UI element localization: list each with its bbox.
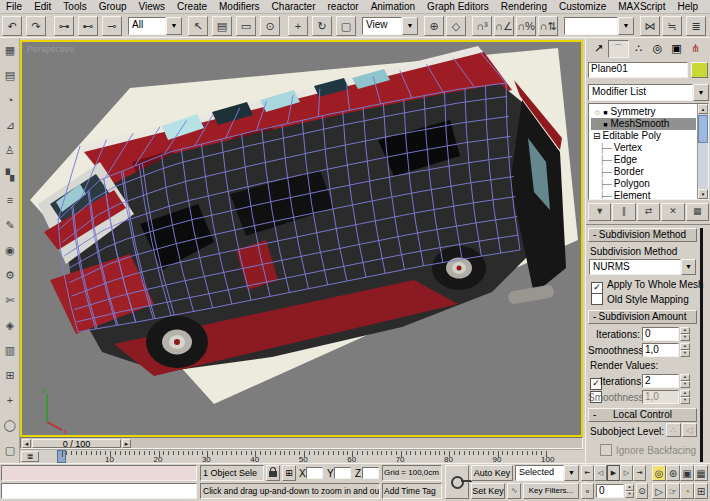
shapes-icon[interactable]: ▤ [1, 65, 19, 85]
modifier-list-dropdown[interactable]: Modifier List ▼ [588, 84, 709, 101]
menu-item-edit[interactable]: Edit [28, 0, 57, 13]
menu-item-animation[interactable]: Animation [365, 0, 421, 13]
menu-item-reactor[interactable]: reactor [322, 0, 365, 13]
modifiers-icon[interactable]: ◉ [1, 240, 19, 260]
set-key-button[interactable]: Set Key [471, 483, 505, 499]
select-scale-icon[interactable]: ▢ [336, 16, 356, 36]
stack-item-meshsmooth[interactable]: ☼■MeshSmooth [591, 118, 696, 130]
zoom-extents-button[interactable]: ▣ [680, 465, 694, 481]
field-of-view-button[interactable]: ▷ [652, 483, 666, 499]
set-keys-button[interactable] [445, 465, 469, 499]
spinner-up-icon[interactable]: ▲ [625, 484, 634, 491]
mirror-icon[interactable]: ⋈ [640, 16, 660, 36]
menu-item-character[interactable]: Character [266, 0, 322, 13]
go-to-end-button[interactable]: ⇥ [633, 465, 646, 481]
chevron-down-icon[interactable]: ▼ [693, 84, 709, 101]
chevron-down-icon[interactable]: ▼ [618, 17, 634, 35]
bind-spacewarp-icon[interactable]: ⊸ [102, 16, 122, 36]
key-filters-button[interactable]: Key Filters... [523, 483, 579, 499]
select-object-icon[interactable]: ↖ [188, 16, 208, 36]
rendering-icon[interactable]: ⚙ [1, 265, 19, 285]
compounds-icon[interactable]: ◔ [1, 90, 19, 110]
render-iterations-field[interactable]: 2 [642, 374, 679, 388]
stack-item-edge[interactable]: ├─Edge [591, 154, 696, 166]
time-configuration-button[interactable]: ⊙ [636, 483, 648, 499]
menu-item-modifiers[interactable]: Modifiers [213, 0, 266, 13]
time-slider-handle[interactable]: 0 / 100 [32, 439, 121, 448]
stack-item-editable-poly[interactable]: ⊟Editable Poly [591, 130, 696, 142]
named-selection-sets-dropdown[interactable]: ▼ [564, 17, 634, 35]
z-coordinate-field[interactable] [362, 467, 379, 479]
show-end-result-button[interactable]: ∥ [612, 203, 635, 221]
spinner-down-icon[interactable]: ▼ [680, 350, 690, 357]
maxscript-listener-field[interactable] [1, 483, 197, 499]
rect-selection-region-icon[interactable]: ▭ [236, 16, 256, 36]
stack-item-vertex[interactable]: ├─Vertex [591, 142, 696, 154]
smoothness-spinner[interactable]: ▲▼ [680, 343, 690, 357]
redo-icon[interactable]: ↷ [26, 16, 46, 36]
spinner-snap-icon[interactable]: ∩⇅ [538, 16, 558, 36]
spinner-down-icon[interactable]: ▼ [680, 381, 690, 388]
x-coordinate-field[interactable] [306, 467, 323, 479]
viewport-label[interactable]: Perspective [27, 44, 74, 54]
snaps-icon[interactable]: ⊞ [1, 365, 19, 385]
scroll-down-icon[interactable]: ▾ [698, 189, 708, 199]
window-crossing-icon[interactable]: ⊙ [260, 16, 280, 36]
align-icon[interactable]: ≒ [662, 16, 682, 36]
frame-spinner[interactable]: ▲▼ [625, 484, 634, 498]
stack-scrollbar[interactable]: ▴ ▾ [697, 104, 708, 199]
object-name-field[interactable]: Plane01 [588, 62, 688, 78]
zoom-tool-button[interactable]: ◎ [652, 465, 666, 481]
macro-recorder-field[interactable] [1, 465, 197, 481]
percent-snap-icon[interactable]: ∩% [516, 16, 536, 36]
subdivision-method-dropdown[interactable]: NURMS ▼ [589, 259, 696, 275]
panel-scrollbar[interactable] [700, 228, 703, 462]
selection-filter-dropdown[interactable]: All ▼ [128, 17, 182, 35]
smoothness-field[interactable]: 1,0 [642, 343, 679, 357]
play-button[interactable]: ▶ [607, 465, 620, 481]
menu-item-customize[interactable]: Customize [553, 0, 612, 13]
select-link-icon[interactable]: ⊶ [54, 16, 74, 36]
chevron-down-icon[interactable]: ▼ [564, 465, 579, 481]
add-time-tag[interactable]: Add Time Tag [382, 483, 442, 499]
unlink-selection-icon[interactable]: ⊷ [78, 16, 98, 36]
rollout-subdivision-method-header[interactable]: - Subdivision Method [588, 228, 697, 242]
selection-lock-button[interactable] [266, 465, 280, 481]
snap-toggle-icon[interactable]: ∩³ [472, 16, 492, 36]
display-icon[interactable]: ◯ [1, 415, 19, 435]
bulb-icon[interactable]: ☼ [593, 107, 601, 117]
menu-item-tools[interactable]: Tools [57, 0, 92, 13]
select-rotate-icon[interactable]: ↻ [312, 16, 332, 36]
spinner-down-icon[interactable]: ▼ [680, 334, 690, 341]
auto-key-button[interactable]: Auto Key [471, 465, 513, 481]
zoom-extents-all-button[interactable]: ▦ [694, 465, 708, 481]
pan-hand-button[interactable]: ☞ [666, 483, 680, 499]
helpers-icon[interactable]: ▚ [1, 165, 19, 185]
previous-frame-button[interactable]: ◁ [594, 465, 607, 481]
arc-rotate-button[interactable]: ◔ [680, 483, 694, 499]
y-coordinate-field[interactable] [334, 467, 351, 479]
tab-display[interactable]: ▣ [667, 40, 686, 56]
tab-create[interactable]: ↗ [589, 40, 608, 56]
configure-modifier-sets-button[interactable]: ▦ [686, 203, 709, 221]
space-warps-icon[interactable]: ≡ [1, 190, 19, 210]
layer-manager-icon[interactable]: ≣ [686, 16, 706, 36]
modeling-icon[interactable]: ✎ [1, 215, 19, 235]
rollout-local-control-header[interactable]: - Local Control [588, 408, 697, 422]
menu-item-views[interactable]: Views [133, 0, 172, 13]
old-style-mapping-checkbox[interactable]: Old Style Mapping [591, 293, 689, 305]
time-slider-next-button[interactable]: ▸ [122, 439, 131, 448]
select-by-name-icon[interactable]: ▤ [212, 16, 232, 36]
menu-item-help[interactable]: Help [671, 0, 704, 13]
chevron-down-icon[interactable]: ▼ [402, 17, 418, 35]
particles-icon[interactable]: ♙ [1, 140, 19, 160]
track-bar[interactable]: ≣ 102030405060708090100 [20, 449, 583, 463]
key-filters-icon-button[interactable]: ∿ [507, 483, 521, 499]
tab-motion[interactable]: ◎ [648, 40, 667, 56]
axis-icon[interactable]: + [1, 390, 19, 410]
spinner-down-icon[interactable]: ▼ [625, 491, 634, 498]
viewport-canvas[interactable]: y x [22, 42, 581, 435]
zoom-all-button[interactable]: ⊛ [666, 465, 680, 481]
apply-to-whole-mesh-checkbox[interactable]: ✓Apply To Whole Mesh [591, 279, 704, 294]
stack-item-border[interactable]: ├─Border [591, 166, 696, 178]
